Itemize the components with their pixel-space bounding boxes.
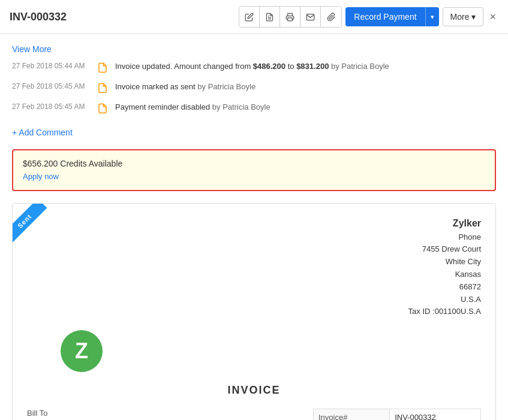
company-zip: 66872 bbox=[408, 281, 481, 294]
apply-now-link[interactable]: Apply now bbox=[23, 172, 59, 181]
record-payment-group: Record Payment ▾ bbox=[345, 7, 438, 26]
activity-log: 27 Feb 2018 05:44 AM Invoice updated. Am… bbox=[12, 61, 496, 115]
main-container: INV-000332 Record P bbox=[0, 0, 508, 420]
credits-text: $656.200 Credits Available bbox=[23, 159, 485, 168]
activity-text-1: Invoice updated. Amount changed from $48… bbox=[115, 61, 389, 72]
activity-time-3: 27 Feb 2018 05:45 AM bbox=[12, 102, 90, 111]
edit-button[interactable] bbox=[239, 7, 260, 27]
invoice-header: Zylker Phone 7455 Drew Court White City … bbox=[13, 204, 495, 324]
activity-time-2: 27 Feb 2018 05:45 AM bbox=[12, 81, 90, 90]
company-name: Zylker bbox=[408, 216, 481, 231]
company-country: U.S.A bbox=[408, 294, 481, 306]
dropdown-arrow: ▾ bbox=[431, 13, 434, 20]
attach-button[interactable] bbox=[321, 7, 341, 27]
company-phone-label: Phone bbox=[408, 231, 481, 244]
activity-item-1: 27 Feb 2018 05:44 AM Invoice updated. Am… bbox=[12, 61, 496, 74]
record-payment-button[interactable]: Record Payment bbox=[345, 7, 425, 26]
mail-button[interactable] bbox=[300, 7, 321, 27]
company-taxid: Tax ID :001100U.S.A bbox=[408, 306, 481, 318]
invoice-title: INVOICE bbox=[13, 378, 495, 403]
add-comment-link[interactable]: + Add Comment bbox=[12, 128, 73, 137]
activity-icon-1 bbox=[96, 61, 109, 74]
content-area: View More 27 Feb 2018 05:44 AM Invoice u… bbox=[0, 34, 508, 420]
header-actions: Record Payment ▾ More ▾ × bbox=[239, 6, 498, 28]
company-state: Kansas bbox=[408, 268, 481, 281]
credits-banner: $656.200 Credits Available Apply now bbox=[12, 149, 496, 191]
record-payment-dropdown[interactable]: ▾ bbox=[425, 7, 439, 26]
activity-time-1: 27 Feb 2018 05:44 AM bbox=[12, 61, 90, 70]
company-address2: White City bbox=[408, 256, 481, 268]
sent-ribbon: Sent bbox=[13, 204, 47, 243]
activity-text-3: Payment reminder disabled by Patricia Bo… bbox=[115, 102, 270, 113]
company-address1: 7455 Drew Court bbox=[408, 243, 481, 256]
print-button[interactable] bbox=[280, 7, 300, 27]
icon-group bbox=[239, 6, 342, 28]
bill-to-section: Bill To Alfred Smith 333 Kincheloe Road … bbox=[27, 409, 301, 420]
activity-icon-3 bbox=[96, 102, 109, 115]
close-button[interactable]: × bbox=[487, 8, 498, 26]
activity-text-2: Invoice marked as sent by Patricia Boyle bbox=[115, 81, 255, 92]
activity-item-3: 27 Feb 2018 05:45 AM Payment reminder di… bbox=[12, 102, 496, 115]
company-logo: Z bbox=[61, 330, 103, 372]
view-more-link[interactable]: View More bbox=[12, 44, 52, 54]
invoice-number: INV-000332 bbox=[10, 11, 67, 23]
more-dropdown-arrow: ▾ bbox=[471, 12, 476, 22]
invoice-detail-row: Invoice# INV-000332 bbox=[314, 409, 481, 420]
detail-label: Invoice# bbox=[314, 409, 390, 420]
company-info: Zylker Phone 7455 Drew Court White City … bbox=[408, 216, 481, 318]
detail-value: INV-000332 bbox=[390, 409, 481, 420]
invoice-details-table: Invoice# INV-000332 Invoice Date 27 Feb … bbox=[313, 409, 481, 420]
activity-icon-2 bbox=[96, 81, 109, 95]
svg-rect-2 bbox=[288, 17, 293, 20]
header: INV-000332 Record P bbox=[0, 0, 508, 34]
invoice-card: Sent Zylker Phone 7455 Drew Court White … bbox=[12, 203, 496, 420]
invoice-body: Bill To Alfred Smith 333 Kincheloe Road … bbox=[13, 403, 495, 420]
bill-to-label: Bill To bbox=[27, 409, 301, 418]
ribbon-wrapper: Sent bbox=[13, 204, 61, 252]
details-table: Invoice# INV-000332 Invoice Date 27 Feb … bbox=[313, 409, 481, 420]
invoice-logo-area: Z bbox=[13, 324, 495, 378]
activity-item-2: 27 Feb 2018 05:45 AM Invoice marked as s… bbox=[12, 81, 496, 95]
pdf-button[interactable] bbox=[260, 7, 280, 27]
more-button[interactable]: More ▾ bbox=[443, 7, 484, 26]
